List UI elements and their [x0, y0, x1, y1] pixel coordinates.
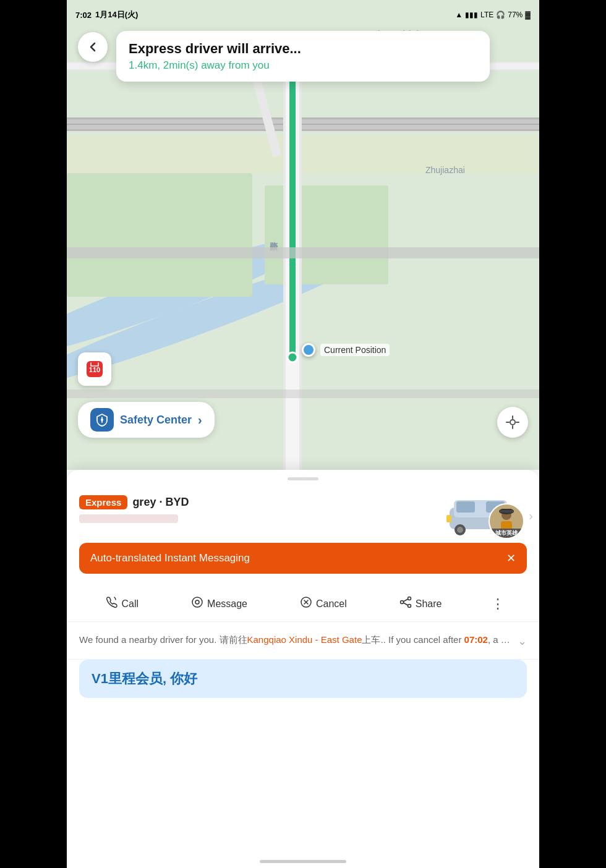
safety-center-button[interactable]: Safety Center › [78, 402, 215, 438]
cancel-icon [300, 596, 312, 611]
driver-name-blurred [79, 514, 178, 523]
car-image-area: 城市英雄 › [446, 495, 514, 535]
driver-chevron-icon: › [529, 508, 533, 522]
cancel-button[interactable]: Cancel [292, 591, 354, 616]
msg-time: 07:02 [464, 634, 488, 645]
msg-text-2: 上车.. If you cancel after [362, 634, 464, 645]
svg-rect-7 [67, 173, 252, 297]
svg-point-57 [400, 601, 403, 604]
svg-point-59 [408, 605, 411, 608]
membership-text: V1里程会员, 你好 [92, 670, 514, 688]
location-button[interactable] [497, 407, 528, 438]
msg-text-1: We found a nearby driver for you. 请前往 [79, 634, 247, 645]
svg-rect-3 [67, 124, 539, 125]
cancel-label: Cancel [316, 598, 347, 610]
safety-icon-box [90, 408, 114, 432]
svg-point-58 [408, 597, 411, 600]
status-time: 7:02 [75, 11, 92, 20]
info-message-area: We found a nearby driver for you. 请前往Kan… [67, 622, 539, 660]
lte-label: LTE [480, 11, 493, 19]
call-label: Call [122, 598, 139, 610]
back-button[interactable] [78, 32, 108, 62]
position-label: Current Position [320, 344, 390, 356]
toast-notification: Auto-translated Instant Messaging ✕ [79, 543, 527, 574]
msg-link: Kangqiao Xindu - East Gate [247, 634, 362, 645]
arrival-subtitle: 1.4km, 2min(s) away from you [129, 59, 477, 72]
safety-center-label: Safety Center [120, 414, 192, 427]
svg-point-43 [457, 527, 463, 533]
share-icon [399, 596, 412, 611]
toast-message: Auto-translated Instant Messaging [90, 552, 250, 564]
svg-rect-46 [446, 515, 451, 522]
svg-text:110: 110 [89, 366, 100, 373]
svg-point-14 [288, 352, 297, 362]
driver-badge-label: 城市英雄 [495, 530, 518, 536]
svg-point-52 [192, 597, 202, 607]
message-expand-icon[interactable]: ⌄ [518, 634, 527, 648]
status-bar: 7:02 1月14日(火) ▲ ▮▮▮ LTE 🎧 77% ▓ [67, 0, 539, 25]
membership-banner[interactable]: V1里程会员, 你好 [79, 660, 527, 698]
headphone-icon: 🎧 [496, 11, 505, 19]
info-message-text: We found a nearby driver for you. 请前往Kan… [79, 633, 510, 647]
service-type-badge: Express [79, 495, 127, 509]
message-button[interactable]: Message [184, 591, 255, 616]
message-label: Message [207, 598, 247, 610]
message-icon [191, 596, 203, 611]
share-label: Share [416, 598, 442, 610]
call-icon [106, 596, 118, 611]
msg-text-3: , a … [488, 634, 510, 645]
svg-rect-40 [456, 501, 475, 513]
svg-line-61 [403, 603, 408, 605]
toast-close-button[interactable]: ✕ [506, 551, 516, 565]
call-button[interactable]: Call [98, 591, 147, 616]
signal-bars: ▮▮▮ [465, 11, 478, 19]
safety-center-chevron: › [198, 413, 202, 427]
position-dot [302, 343, 315, 357]
action-buttons-row: Call Message [67, 581, 539, 622]
svg-rect-4 [67, 136, 539, 173]
svg-line-60 [403, 599, 408, 602]
svg-point-53 [195, 600, 199, 604]
svg-rect-19 [67, 389, 539, 398]
current-position: Current Position [302, 343, 390, 357]
car-details: grey · BYD [132, 496, 189, 509]
status-date: 1月14日(火) [95, 9, 138, 20]
svg-rect-18 [67, 247, 539, 258]
svg-rect-51 [499, 510, 514, 513]
map-view: Kangqiao Rd (E) Zhujiazhai 康新公路 [67, 0, 539, 470]
svg-point-33 [510, 420, 515, 425]
battery-icon: ▓ [525, 11, 531, 19]
bottom-sheet: Express grey · BYD [67, 470, 539, 868]
signal-icon: ▲ [455, 11, 463, 19]
emergency-button[interactable]: 110 [78, 352, 111, 386]
share-button[interactable]: Share [392, 591, 450, 616]
driver-info-section: Express grey · BYD [67, 490, 539, 535]
sheet-handle [288, 477, 318, 480]
arrival-card: Express driver will arrive... 1.4km, 2mi… [116, 31, 490, 82]
home-indicator [260, 860, 346, 863]
more-options-button[interactable]: ⋮ [487, 594, 508, 615]
battery-label: 77% [508, 11, 523, 19]
svg-text:Zhujiazhai: Zhujiazhai [425, 165, 465, 175]
arrival-title: Express driver will arrive... [129, 41, 477, 57]
